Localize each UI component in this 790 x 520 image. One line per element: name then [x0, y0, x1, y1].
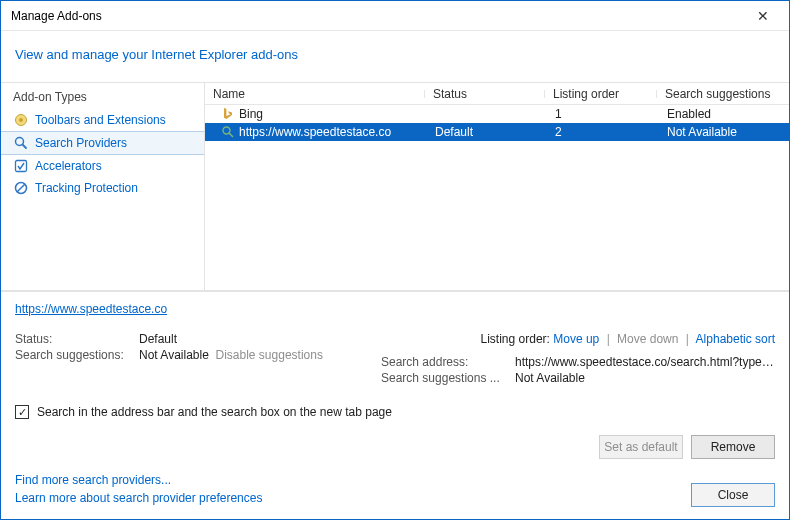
body: Add-on Types Toolbars and Extensions Sea… — [1, 82, 789, 291]
cell-sugg: Enabled — [659, 107, 789, 121]
accelerator-icon — [13, 158, 29, 174]
titlebar: Manage Add-ons ✕ — [1, 1, 789, 31]
manage-addons-window: Manage Add-ons ✕ View and manage your In… — [0, 0, 790, 520]
close-button[interactable]: Close — [691, 483, 775, 507]
sugg-label: Search suggestions: — [15, 348, 139, 362]
search-in-address-bar-checkbox-row[interactable]: ✓ Search in the address bar and the sear… — [15, 405, 775, 419]
status-value: Default — [139, 332, 177, 346]
search-sugg2-label: Search suggestions ... — [381, 371, 515, 385]
sidebar-item-tracking-protection[interactable]: Tracking Protection — [1, 177, 204, 199]
footer: Find more search providers... Learn more… — [1, 467, 789, 519]
search-address-label: Search address: — [381, 355, 515, 369]
puzzle-icon — [13, 112, 29, 128]
window-title: Manage Add-ons — [9, 9, 745, 23]
close-icon[interactable]: ✕ — [745, 8, 781, 24]
details-right: Listing order: Move up | Move down | Alp… — [381, 332, 775, 387]
cell-order: 1 — [547, 107, 659, 121]
table-row[interactable]: Bing 1 Enabled — [205, 105, 789, 123]
prohibit-icon — [13, 180, 29, 196]
header-link-row: View and manage your Internet Explorer a… — [1, 31, 789, 82]
search-icon — [221, 125, 235, 139]
remove-button[interactable]: Remove — [691, 435, 775, 459]
cell-name: https://www.speedtestace.co — [239, 125, 391, 139]
svg-line-3 — [23, 145, 27, 149]
sidebar-group-label: Add-on Types — [1, 87, 204, 109]
sugg-value: Not Available — [139, 348, 209, 362]
svg-rect-4 — [16, 161, 27, 172]
checkbox-label: Search in the address bar and the search… — [37, 405, 392, 419]
main-list: Name Status Listing order Search suggest… — [205, 83, 789, 290]
cell-status: Default — [427, 125, 547, 139]
search-icon — [13, 135, 29, 151]
table-row[interactable]: https://www.speedtestace.co Default 2 No… — [205, 123, 789, 141]
checkbox-icon[interactable]: ✓ — [15, 405, 29, 419]
sidebar: Add-on Types Toolbars and Extensions Sea… — [1, 83, 205, 290]
sidebar-item-label: Accelerators — [35, 159, 102, 173]
sidebar-item-label: Search Providers — [35, 136, 127, 150]
selection-title-link[interactable]: https://www.speedtestace.co — [15, 302, 775, 322]
details-left: Status: Default Search suggestions: Not … — [15, 332, 351, 387]
sidebar-item-search-providers[interactable]: Search Providers — [1, 131, 204, 155]
col-header-sugg[interactable]: Search suggestions — [657, 87, 789, 101]
disable-suggestions-link: Disable suggestions — [216, 348, 323, 362]
set-as-default-button: Set as default — [599, 435, 683, 459]
search-sugg2-value: Not Available — [515, 371, 585, 385]
svg-line-8 — [229, 133, 233, 137]
move-down-link: Move down — [617, 332, 678, 346]
find-more-providers-link[interactable]: Find more search providers... — [15, 471, 691, 489]
cell-order: 2 — [547, 125, 659, 139]
details-columns: Status: Default Search suggestions: Not … — [15, 332, 775, 387]
svg-point-1 — [19, 118, 23, 122]
alpha-sort-link[interactable]: Alphabetic sort — [696, 332, 775, 346]
col-header-status[interactable]: Status — [425, 87, 545, 101]
learn-more-link[interactable]: Learn more about search provider prefere… — [15, 489, 691, 507]
search-address-value: https://www.speedtestace.co/search.html?… — [515, 355, 775, 369]
sidebar-item-toolbars[interactable]: Toolbars and Extensions — [1, 109, 204, 131]
cell-sugg: Not Available — [659, 125, 789, 139]
details-buttons: Set as default Remove — [15, 435, 775, 459]
col-header-order[interactable]: Listing order — [545, 87, 657, 101]
listing-order-label: Listing order: — [481, 332, 550, 346]
move-up-link[interactable]: Move up — [553, 332, 599, 346]
table-header: Name Status Listing order Search suggest… — [205, 83, 789, 105]
cell-name: Bing — [239, 107, 263, 121]
details-pane: https://www.speedtestace.co Status: Defa… — [1, 291, 789, 467]
svg-line-6 — [17, 184, 25, 192]
sidebar-item-label: Toolbars and Extensions — [35, 113, 166, 127]
status-label: Status: — [15, 332, 139, 346]
col-header-name[interactable]: Name — [205, 87, 425, 101]
bing-icon — [221, 107, 235, 121]
manage-addons-link[interactable]: View and manage your Internet Explorer a… — [15, 47, 298, 62]
sidebar-item-label: Tracking Protection — [35, 181, 138, 195]
sidebar-item-accelerators[interactable]: Accelerators — [1, 155, 204, 177]
